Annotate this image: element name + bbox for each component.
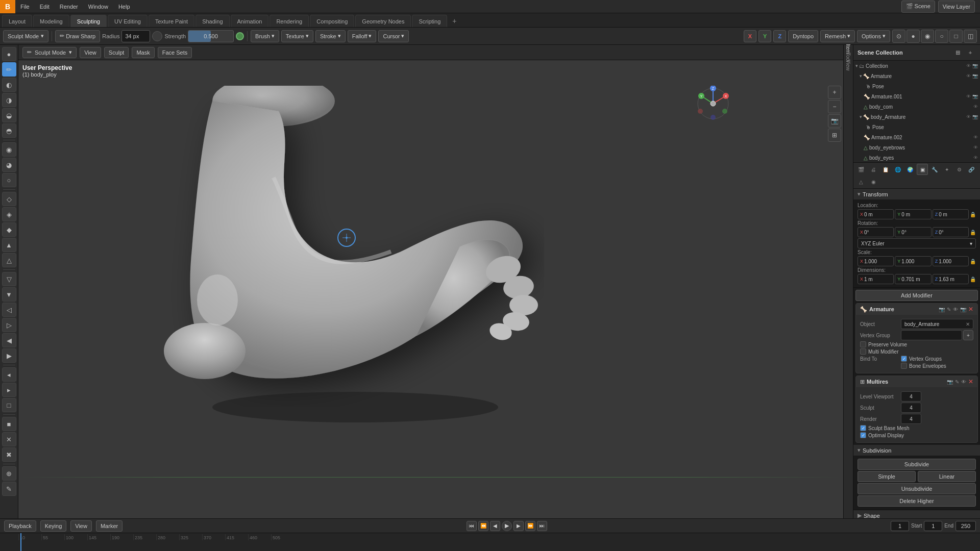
navigation-gizmo[interactable]: X Y Z <box>695 86 731 121</box>
tab-sculpting[interactable]: Sculpting <box>70 15 107 27</box>
tool-clay-strips[interactable]: ◑ <box>2 93 16 107</box>
render-level-value[interactable]: 4 <box>901 414 921 424</box>
tool-crease[interactable]: ○ <box>2 173 16 187</box>
dim-z-input[interactable]: 1.63 m <box>933 274 969 284</box>
armature-modifier-header[interactable]: 🦴 Armature 📷 ✎ 👁 📷 ✕ <box>856 304 977 315</box>
loc-lock-icon[interactable]: 🔒 <box>970 212 976 217</box>
prop-output-icon[interactable]: 🖨 <box>868 164 879 175</box>
sculpt-base-mesh-checkbox[interactable]: Sculpt Base Mesh <box>860 425 910 431</box>
tool-clay[interactable]: ◐ <box>2 78 16 92</box>
view-tab[interactable]: View <box>844 61 852 69</box>
current-frame-input[interactable] <box>891 521 909 531</box>
tool-boundary[interactable]: ▸ <box>2 383 16 397</box>
rot-lock-icon[interactable]: 🔒 <box>970 230 976 235</box>
sculpt-mode-selector[interactable]: Sculpt Mode ▾ <box>3 30 48 42</box>
cursor-btn[interactable]: Cursor ▾ <box>378 30 409 42</box>
jump-start-btn[interactable]: ⏮ <box>467 521 477 531</box>
zoom-in-btn[interactable]: + <box>828 86 841 99</box>
outliner-add-btn[interactable]: + <box>965 47 976 58</box>
bone-envelopes-checkbox[interactable]: Bone Envelopes <box>901 363 946 369</box>
dim-x-input[interactable]: 1 m <box>857 274 894 284</box>
prop-constraints-icon[interactable]: 🔗 <box>966 164 977 175</box>
armature-object-selector[interactable]: body_Armature ✕ <box>901 319 973 329</box>
add-modifier-btn[interactable]: Add Modifier <box>855 290 978 301</box>
tool-thumb[interactable]: ◀ <box>2 333 16 347</box>
tool-draw-sharp[interactable]: ✏ <box>2 62 16 77</box>
armature-vis-icon[interactable]: 👁 <box>953 307 958 312</box>
tab-animation[interactable]: Animation <box>231 15 269 27</box>
coll-render-icon[interactable]: 📷 <box>972 63 978 68</box>
tab-shading[interactable]: Shading <box>195 15 229 27</box>
sculpt-level-value[interactable]: 4 <box>901 403 921 413</box>
prop-particles-icon[interactable]: ✦ <box>941 164 952 175</box>
tool-mask[interactable]: ✕ <box>2 432 16 446</box>
tool-annotate[interactable]: ✎ <box>2 482 16 496</box>
tree-pose-1[interactable]: 🖱 Pose <box>853 81 980 91</box>
tool-rotate[interactable]: ▶ <box>2 348 16 363</box>
rotation-mode-selector[interactable]: XYZ Euler ▾ <box>857 238 976 248</box>
multires-modifier-header[interactable]: ⊞ Multires 📷 ✎ 👁 ✕ <box>856 376 977 387</box>
tree-armature-002[interactable]: 🦴 Armature.002 👁 <box>853 132 980 142</box>
loc-z-input[interactable]: 0 m <box>933 209 969 219</box>
tab-compositing[interactable]: Compositing <box>310 15 354 27</box>
tab-texture-paint[interactable]: Texture Paint <box>149 15 194 27</box>
sculpt-mode-vp-selector[interactable]: ✏ Sculpt Mode ▾ <box>22 47 77 58</box>
transform-header[interactable]: ▾ Transform <box>853 189 980 199</box>
menu-file[interactable]: File <box>15 0 35 13</box>
armature-close-icon[interactable]: ✕ <box>968 306 973 313</box>
tree-body-eyes[interactable]: △ body_eyes 👁 <box>853 153 980 163</box>
coll-vis-icon[interactable]: 👁 <box>966 63 971 68</box>
jump-end-btn[interactable]: ⏭ <box>537 521 547 531</box>
prop-world-icon[interactable]: 🌍 <box>904 164 916 175</box>
menu-help[interactable]: Help <box>113 0 135 13</box>
shading-rendered[interactable]: ○ <box>935 30 948 43</box>
tree-pose-2[interactable]: 🖱 Pose <box>853 122 980 132</box>
menu-window[interactable]: Window <box>83 0 113 13</box>
prop-data-icon[interactable]: △ <box>855 176 867 187</box>
scale-y-input[interactable]: 1.000 <box>895 256 931 266</box>
armature-render-icon[interactable]: 📷 <box>960 307 966 312</box>
scale-z-input[interactable]: 1.000 <box>933 256 969 266</box>
axis-x-toggle[interactable]: X <box>744 30 756 42</box>
level-viewport-value[interactable]: 4 <box>901 391 921 402</box>
remesh-btn[interactable]: Remesh ▾ <box>820 30 855 42</box>
multires-cam-icon[interactable]: 📷 <box>947 379 953 385</box>
tool-clay-thumb[interactable]: ◒ <box>2 108 16 122</box>
strength-color[interactable] <box>236 32 244 40</box>
vp-face-sets-menu[interactable]: Face Sets <box>158 47 192 58</box>
tool-blob[interactable]: ◕ <box>2 158 16 172</box>
menu-edit[interactable]: Edit <box>35 0 55 13</box>
prop-scene-icon[interactable]: 🌐 <box>892 164 903 175</box>
prop-render-icon[interactable]: 🎬 <box>855 164 867 175</box>
start-frame-input[interactable] <box>924 521 942 531</box>
tree-collection[interactable]: ▾ 🗂 Collection 👁 📷 <box>853 61 980 71</box>
tool-fill[interactable]: ◆ <box>2 222 16 237</box>
armature-vgroup-input[interactable] <box>901 330 962 340</box>
camera-view-btn[interactable]: 📷 <box>828 114 841 128</box>
tree-body-com[interactable]: △ body_com 👁 <box>853 102 980 112</box>
texture-btn[interactable]: Texture ▾ <box>281 30 313 42</box>
xray-btn[interactable]: ◫ <box>964 30 977 43</box>
tool-flatten[interactable]: ◈ <box>2 207 16 221</box>
armature-cam-icon[interactable]: 📷 <box>939 307 945 312</box>
prop-viewlayer-icon[interactable]: 📋 <box>880 164 891 175</box>
tool-draw[interactable]: ● <box>2 47 16 61</box>
playhead[interactable] <box>20 533 21 551</box>
scale-lock-icon[interactable]: 🔒 <box>970 259 976 264</box>
rot-y-input[interactable]: 0° <box>895 227 931 237</box>
overlay-btn[interactable]: ⊙ <box>892 30 905 43</box>
tool-layer[interactable]: ◓ <box>2 123 16 138</box>
end-frame-input[interactable] <box>955 521 976 531</box>
vertex-groups-checkbox[interactable]: Vertex Groups <box>901 356 942 362</box>
tab-layout[interactable]: Layout <box>2 15 32 27</box>
dim-y-input[interactable]: 0.701 m <box>895 274 931 284</box>
brush-btn[interactable]: Brush ▾ <box>251 30 279 42</box>
strength-slider[interactable]: 0.500 <box>188 30 234 42</box>
3d-viewport[interactable]: User Perspective (1) body_ploy <box>18 60 843 518</box>
vp-sculpt-menu[interactable]: Sculpt <box>104 47 129 58</box>
options-btn[interactable]: Options ▾ <box>857 30 890 42</box>
stroke-btn[interactable]: Stroke ▾ <box>315 30 346 42</box>
multires-close-icon[interactable]: ✕ <box>968 378 973 385</box>
linear-btn[interactable]: Linear <box>918 471 976 482</box>
tree-armature-001[interactable]: 🦴 Armature.001 👁 📷 <box>853 91 980 102</box>
